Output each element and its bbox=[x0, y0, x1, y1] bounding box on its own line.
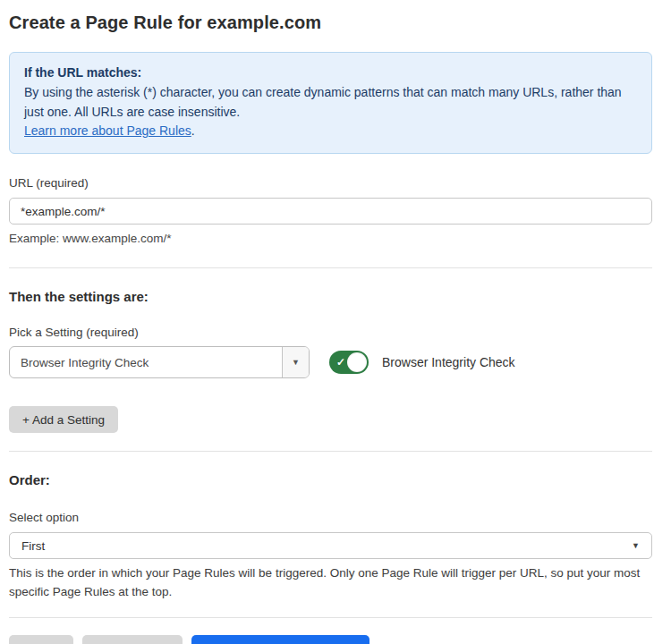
divider bbox=[9, 267, 652, 268]
url-field-label: URL (required) bbox=[9, 176, 652, 190]
add-setting-button[interactable]: + Add a Setting bbox=[9, 406, 118, 433]
chevron-down-icon: ▼ bbox=[632, 541, 640, 550]
toggle-knob bbox=[347, 352, 367, 372]
order-help-text: This is the order in which your Page Rul… bbox=[9, 564, 652, 601]
url-match-info-box: If the URL matches: By using the asteris… bbox=[9, 52, 652, 154]
order-select[interactable]: First ▼ bbox=[9, 532, 652, 559]
toggle-label: Browser Integrity Check bbox=[382, 355, 515, 369]
setting-select-value: Browser Integrity Check bbox=[10, 347, 282, 377]
order-select-value: First bbox=[21, 539, 45, 553]
browser-integrity-toggle[interactable]: ✓ bbox=[329, 351, 369, 374]
cancel-button[interactable]: Cancel bbox=[9, 635, 73, 644]
info-box-link-line: Learn more about Page Rules. bbox=[24, 122, 637, 141]
chevron-down-icon: ▼ bbox=[292, 358, 300, 367]
divider bbox=[9, 617, 652, 618]
settings-section-heading: Then the settings are: bbox=[9, 289, 652, 304]
order-select-label: Select option bbox=[9, 511, 652, 524]
link-suffix: . bbox=[191, 123, 195, 138]
info-box-body: By using the asterisk (*) character, you… bbox=[24, 83, 637, 123]
footer-buttons: Cancel Save as Draft Save and Deploy Pag… bbox=[9, 635, 652, 644]
check-icon: ✓ bbox=[336, 357, 345, 368]
order-section-heading: Order: bbox=[9, 472, 652, 487]
setting-picker-label: Pick a Setting (required) bbox=[9, 326, 652, 339]
setting-select-arrow-button[interactable]: ▼ bbox=[282, 347, 309, 377]
save-and-deploy-button[interactable]: Save and Deploy Page Rule bbox=[191, 635, 370, 644]
page-title: Create a Page Rule for example.com bbox=[9, 13, 652, 33]
divider bbox=[9, 451, 652, 452]
setting-select[interactable]: Browser Integrity Check ▼ bbox=[9, 346, 310, 378]
setting-row: Browser Integrity Check ▼ ✓ Browser Inte… bbox=[9, 346, 652, 378]
url-input[interactable] bbox=[9, 198, 652, 225]
save-as-draft-button[interactable]: Save as Draft bbox=[82, 635, 183, 644]
info-box-heading: If the URL matches: bbox=[24, 64, 637, 83]
url-example-text: Example: www.example.com/* bbox=[9, 232, 652, 245]
setting-toggle-group: ✓ Browser Integrity Check bbox=[329, 351, 515, 374]
learn-more-link[interactable]: Learn more about Page Rules bbox=[24, 123, 191, 138]
create-page-rule-form: Create a Page Rule for example.com If th… bbox=[0, 13, 671, 644]
